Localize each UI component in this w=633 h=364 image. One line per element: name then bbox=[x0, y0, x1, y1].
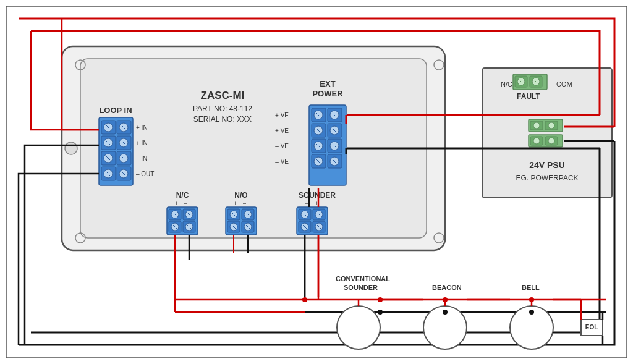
conventional-sounder-label: CONVENTIONAL bbox=[336, 275, 390, 282]
nc-label: N/C bbox=[176, 191, 189, 200]
plus-ve1-label: + VE bbox=[275, 112, 289, 119]
svg-point-145 bbox=[443, 297, 448, 302]
plus-ve2-label: + VE bbox=[275, 127, 289, 134]
svg-point-109 bbox=[548, 122, 554, 129]
ext-power-label2: POWER bbox=[312, 89, 343, 98]
svg-point-150 bbox=[529, 297, 534, 302]
no-plus-label: + bbox=[234, 200, 237, 206]
eol-label: EOL bbox=[585, 324, 598, 331]
minus-in-label: – IN bbox=[136, 155, 147, 162]
beacon-label: BEACON bbox=[432, 284, 462, 291]
psu-minus-label: – bbox=[569, 138, 573, 147]
loop-in-label: LOOP IN bbox=[99, 106, 132, 115]
ext-power-label: EXT bbox=[320, 79, 335, 88]
svg-point-113 bbox=[533, 138, 540, 144]
nc-plus-label: + bbox=[175, 200, 178, 206]
psu-eg-label: EG. POWERPACK bbox=[516, 174, 578, 182]
bell-label: BELL bbox=[522, 284, 540, 291]
fault-nc-label: N/C bbox=[501, 80, 512, 88]
svg-point-114 bbox=[548, 138, 554, 144]
svg-point-143 bbox=[378, 310, 383, 315]
part-no: PART NO: 48-112 bbox=[193, 104, 252, 113]
svg-point-159 bbox=[302, 297, 307, 302]
svg-point-7 bbox=[65, 142, 77, 154]
svg-point-108 bbox=[533, 122, 540, 129]
nc-minus-label: – bbox=[184, 200, 187, 206]
fault-label: FAULT bbox=[517, 92, 540, 101]
no-label: N/O bbox=[234, 191, 247, 200]
serial-no: SERIAL NO: XXX bbox=[193, 115, 252, 124]
snd-minus-label: – bbox=[305, 200, 308, 206]
plus-in1-label: + IN bbox=[136, 124, 148, 131]
svg-point-146 bbox=[443, 310, 448, 315]
diagram-container: LOOP IN + IN + IN – IN – OUT ZASC-MI PAR… bbox=[0, 0, 633, 364]
svg-point-142 bbox=[378, 297, 383, 302]
psu-label: 24V PSU bbox=[529, 160, 565, 170]
minus-ve2-label: – VE bbox=[275, 158, 289, 165]
plus-in2-label: + IN bbox=[136, 140, 148, 146]
minus-ve1-label: – VE bbox=[275, 143, 289, 150]
device-name: ZASC-MI bbox=[201, 90, 245, 101]
minus-out-label: – OUT bbox=[136, 171, 154, 177]
sounder-label: SOUNDER bbox=[299, 191, 336, 200]
fault-com-label: COM bbox=[556, 80, 572, 88]
svg-point-151 bbox=[529, 310, 534, 315]
no-minus-label: – bbox=[243, 200, 246, 206]
sounder-device-label: SOUNDER bbox=[344, 284, 378, 291]
